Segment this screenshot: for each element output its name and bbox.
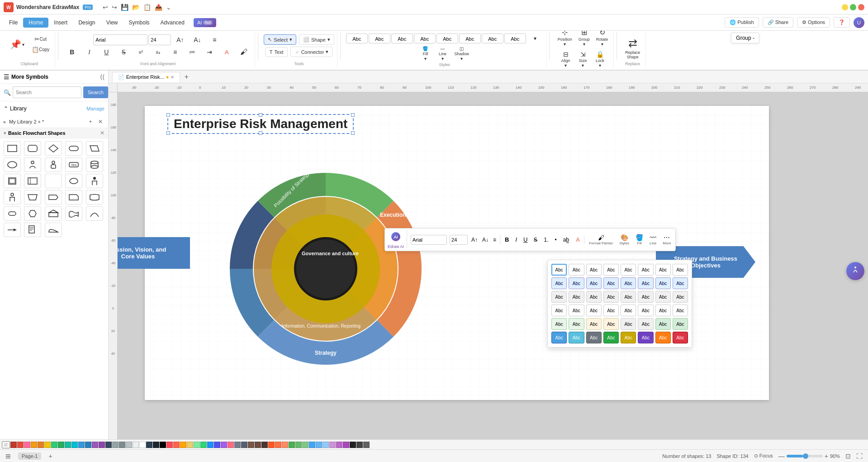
sp-swatch[interactable]: Abc bbox=[586, 264, 602, 276]
shapes-close-icon[interactable]: ✕ bbox=[100, 130, 104, 136]
cut-button[interactable]: ✂ Cut bbox=[29, 34, 52, 44]
increase-font-btn[interactable]: A↑ bbox=[172, 35, 188, 45]
color-yellow-light[interactable] bbox=[187, 442, 193, 448]
color-red-dark[interactable] bbox=[10, 442, 17, 448]
style-swatch-8[interactable]: Abc bbox=[504, 33, 526, 43]
color-hot-red[interactable] bbox=[166, 442, 173, 448]
indent-btn[interactable]: ⇥ bbox=[201, 47, 218, 57]
my-library-label[interactable]: My Library 2 + * bbox=[9, 119, 85, 124]
color-pale-blue[interactable] bbox=[323, 442, 329, 448]
sp-swatch[interactable]: Abc bbox=[673, 305, 688, 316]
sp-swatch[interactable]: Abc bbox=[586, 318, 602, 330]
style-swatch-2[interactable]: Abc bbox=[369, 33, 390, 43]
shape-triangle-rect[interactable] bbox=[45, 206, 62, 221]
color-cyan[interactable] bbox=[71, 442, 78, 448]
page-view-btn[interactable]: ⊞ bbox=[5, 452, 11, 460]
ai-panel-button[interactable] bbox=[846, 262, 864, 280]
color-dark-gray[interactable] bbox=[356, 442, 363, 448]
sp-swatch[interactable]: Abc bbox=[621, 277, 636, 289]
fullscreen-btn[interactable]: ⛶ bbox=[856, 452, 863, 460]
shape-arrow-simple[interactable] bbox=[4, 223, 21, 237]
text-align-btn[interactable]: ≡ bbox=[167, 47, 183, 57]
sidebar-menu-icon[interactable]: ☰ bbox=[4, 73, 9, 81]
no-color-btn[interactable]: ∅ bbox=[2, 441, 10, 448]
sp-swatch[interactable]: Abc bbox=[673, 264, 688, 276]
canvas-scroll[interactable]: Enterprise Risk Management bbox=[118, 92, 868, 449]
sp-swatch[interactable]: Abc bbox=[603, 318, 619, 330]
ft-decrease-font[interactable]: A↓ bbox=[481, 236, 489, 244]
export-button[interactable]: 📤 bbox=[154, 3, 163, 12]
color-rose[interactable] bbox=[228, 442, 234, 448]
sp-swatch[interactable]: Abc bbox=[586, 305, 602, 316]
ai-menu-button[interactable]: AI hot bbox=[194, 18, 216, 27]
sp-swatch[interactable]: Abc bbox=[621, 318, 636, 330]
color-dark[interactable] bbox=[146, 442, 152, 448]
shape-yes-label[interactable]: Yes bbox=[65, 157, 82, 172]
shape-person-simple[interactable] bbox=[86, 174, 103, 188]
sp-swatch[interactable]: Abc bbox=[569, 277, 584, 289]
menu-view[interactable]: View bbox=[101, 18, 123, 28]
align-button[interactable]: ⊟ Align ▾ bbox=[558, 49, 574, 69]
color-green[interactable] bbox=[51, 442, 57, 448]
my-lib-add-icon[interactable]: + bbox=[86, 118, 95, 126]
sp-swatch[interactable]: Abc bbox=[655, 318, 671, 330]
shape-ellipse-small[interactable] bbox=[65, 174, 82, 188]
sp-swatch[interactable]: Abc bbox=[551, 318, 567, 330]
text-button[interactable]: T Text bbox=[266, 47, 288, 57]
shape-rounded-small[interactable] bbox=[4, 206, 21, 221]
ft-bulleted-btn[interactable]: • bbox=[553, 236, 559, 244]
sp-swatch-cyan[interactable]: Abc bbox=[569, 332, 584, 343]
color-tomato[interactable] bbox=[173, 442, 180, 448]
publish-button[interactable]: 🌐 Publish bbox=[725, 17, 759, 28]
sp-swatch[interactable]: Abc bbox=[551, 277, 567, 289]
italic-btn[interactable]: I bbox=[81, 47, 97, 57]
ft-italic-btn[interactable]: I bbox=[513, 235, 519, 244]
font-color-btn[interactable]: A bbox=[218, 48, 235, 57]
undo-button[interactable]: ↩ bbox=[102, 3, 109, 12]
sp-swatch-gold[interactable]: Abc bbox=[621, 332, 636, 343]
mission-box[interactable]: Mission, Vision, andCore Values bbox=[118, 237, 190, 269]
font-name-input[interactable] bbox=[93, 34, 147, 45]
underline-btn[interactable]: U bbox=[98, 47, 114, 57]
color-dodger-blue[interactable] bbox=[207, 442, 213, 448]
shape-person-outline[interactable] bbox=[45, 157, 62, 172]
color-light-blue[interactable] bbox=[309, 442, 315, 448]
my-lib-close-icon[interactable]: ✕ bbox=[96, 118, 104, 126]
sp-swatch[interactable]: Abc bbox=[621, 305, 636, 316]
color-green-dark[interactable] bbox=[58, 442, 64, 448]
color-blue[interactable] bbox=[85, 442, 91, 448]
sp-swatch[interactable]: Abc bbox=[621, 291, 636, 303]
zoom-in-btn[interactable]: + bbox=[825, 452, 828, 460]
color-indigo[interactable] bbox=[214, 442, 220, 448]
shape-person[interactable] bbox=[24, 157, 41, 172]
zoom-slider[interactable] bbox=[787, 455, 823, 457]
sp-swatch[interactable]: Abc bbox=[569, 291, 584, 303]
more-btn-ft[interactable]: ⋯ More bbox=[661, 233, 673, 246]
menu-design[interactable]: Design bbox=[73, 18, 100, 28]
color-pink[interactable] bbox=[24, 442, 30, 448]
color-purple-medium[interactable] bbox=[343, 442, 349, 448]
shape-cylinder[interactable] bbox=[86, 157, 103, 172]
style-swatch-7[interactable]: Abc bbox=[482, 33, 503, 43]
handle-bl[interactable] bbox=[166, 131, 170, 135]
sp-swatch-orange[interactable]: Abc bbox=[655, 332, 671, 343]
color-black[interactable] bbox=[160, 442, 166, 448]
subscript-btn[interactable]: x₂ bbox=[150, 48, 166, 57]
superscript-btn[interactable]: x² bbox=[133, 48, 149, 56]
style-swatch-6[interactable]: Abc bbox=[459, 33, 481, 43]
color-orange-dark[interactable] bbox=[31, 442, 37, 448]
more-button[interactable]: ⌄ bbox=[165, 3, 172, 12]
shape-arrow-rect[interactable] bbox=[45, 190, 62, 205]
search-button[interactable]: Search bbox=[83, 86, 108, 98]
style-swatch-1[interactable]: Abc bbox=[346, 33, 368, 43]
shape-rounded-rect[interactable] bbox=[24, 141, 41, 156]
shape-arc[interactable] bbox=[86, 206, 103, 221]
color-white-gray[interactable] bbox=[133, 442, 139, 448]
edraw-ai-button[interactable]: AI bbox=[389, 230, 402, 244]
style-swatch-5[interactable]: Abc bbox=[436, 33, 458, 43]
ft-size-input[interactable] bbox=[450, 235, 468, 245]
color-lavender[interactable] bbox=[221, 442, 227, 448]
search-input[interactable] bbox=[13, 86, 81, 98]
sp-swatch[interactable]: Abc bbox=[586, 291, 602, 303]
fit-page-btn[interactable]: ⊡ bbox=[845, 452, 851, 460]
